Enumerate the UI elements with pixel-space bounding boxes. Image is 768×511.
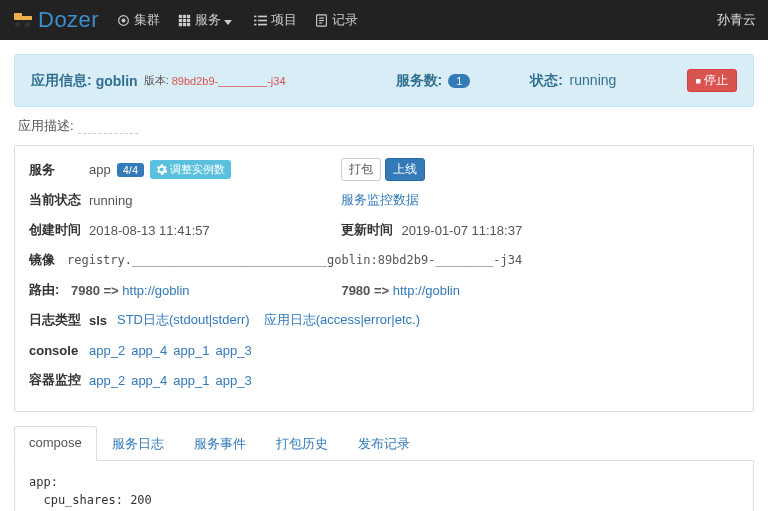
pack-button[interactable]: 打包 <box>341 158 381 181</box>
tabs: compose 服务日志 服务事件 打包历史 发布记录 <box>14 426 754 461</box>
svg-point-1 <box>122 19 125 22</box>
console-link[interactable]: app_4 <box>131 343 167 358</box>
created-value: 2018-08-13 11:41:57 <box>89 223 210 238</box>
created-label: 创建时间 <box>29 221 89 239</box>
file-icon <box>315 14 328 27</box>
route-label: 路由: <box>29 281 71 299</box>
app-info-label: 应用信息: <box>31 72 92 90</box>
console-label: console <box>29 343 89 358</box>
stop-button[interactable]: 停止 <box>687 69 737 92</box>
grid-icon <box>178 14 191 27</box>
service-count-label: 服务数: <box>396 72 443 90</box>
description-label: 应用描述: <box>18 117 74 135</box>
svg-rect-14 <box>258 19 267 21</box>
updated-label: 更新时间 <box>341 221 401 239</box>
instance-badge: 4/4 <box>117 163 144 177</box>
brand[interactable]: Dozer <box>12 7 99 33</box>
svg-rect-3 <box>183 14 186 17</box>
service-name: app <box>89 162 111 177</box>
state-value: running <box>570 72 617 88</box>
svg-rect-5 <box>179 18 182 21</box>
nav-cluster[interactable]: 集群 <box>117 11 160 29</box>
monitor-link[interactable]: 服务监控数据 <box>341 191 419 209</box>
app-name: goblin <box>96 73 138 89</box>
image-value: registry.___________________________gobl… <box>67 253 522 267</box>
monitor-link[interactable]: app_1 <box>173 373 209 388</box>
svg-rect-11 <box>254 15 256 17</box>
svg-rect-9 <box>183 22 186 25</box>
navbar: Dozer 集群 服务 项目 记录 孙青云 <box>0 0 768 40</box>
truck-icon <box>12 11 34 29</box>
svg-rect-13 <box>254 19 256 21</box>
monitor-link[interactable]: app_2 <box>89 373 125 388</box>
service-panel: 服务 app 4/4 调整实例数 打包 上线 当前状态 running 服务监控… <box>14 145 754 412</box>
version-label: 版本: <box>144 73 169 88</box>
deploy-button[interactable]: 上线 <box>385 158 425 181</box>
svg-rect-12 <box>258 15 267 17</box>
route1-port: 7980 => <box>71 283 119 298</box>
app-info-bar: 应用信息: goblin 版本: 89bd2b9-________-j34 服务… <box>14 54 754 107</box>
svg-rect-4 <box>187 14 190 17</box>
nav-services[interactable]: 服务 <box>178 11 236 29</box>
status-value: running <box>89 193 132 208</box>
tabs-container: compose 服务日志 服务事件 打包历史 发布记录 app: cpu_sha… <box>14 426 754 511</box>
description-field[interactable] <box>78 118 138 134</box>
monitor-link[interactable]: app_4 <box>131 373 167 388</box>
nav-user[interactable]: 孙青云 <box>717 11 756 29</box>
monitor-link[interactable]: app_3 <box>215 373 251 388</box>
compose-content: app: cpu_shares: 200 environment: - RUN_… <box>14 461 754 511</box>
route2-port: 7980 => <box>341 283 389 298</box>
service-label: 服务 <box>29 161 89 179</box>
console-link[interactable]: app_2 <box>89 343 125 358</box>
svg-rect-8 <box>179 22 182 25</box>
log-type-label: 日志类型 <box>29 311 89 329</box>
svg-rect-16 <box>258 23 267 25</box>
svg-rect-7 <box>187 18 190 21</box>
tab-compose[interactable]: compose <box>14 426 97 461</box>
container-monitor-label: 容器监控 <box>29 371 89 389</box>
app-log-link[interactable]: 应用日志(access|error|etc.) <box>264 311 420 329</box>
brand-text: Dozer <box>38 7 99 33</box>
svg-rect-15 <box>254 23 256 25</box>
version-value: 89bd2b9-________-j34 <box>172 75 286 87</box>
caret-down-icon <box>224 13 236 28</box>
route1-link[interactable]: http://goblin <box>122 283 189 298</box>
updated-value: 2019-01-07 11:18:37 <box>401 223 522 238</box>
image-label: 镜像 <box>29 251 67 269</box>
tab-service-events[interactable]: 服务事件 <box>179 426 261 461</box>
app-description-row: 应用描述: <box>18 117 750 135</box>
tab-service-log[interactable]: 服务日志 <box>97 426 179 461</box>
status-label: 当前状态 <box>29 191 89 209</box>
nav-records[interactable]: 记录 <box>315 11 358 29</box>
svg-rect-6 <box>183 18 186 21</box>
std-log-link[interactable]: STD日志(stdout|stderr) <box>117 311 250 329</box>
tab-release-log[interactable]: 发布记录 <box>343 426 425 461</box>
svg-rect-10 <box>187 22 190 25</box>
state-label: 状态: <box>530 72 563 88</box>
target-icon <box>117 14 130 27</box>
route2-link[interactable]: http://goblin <box>393 283 460 298</box>
service-count-badge: 1 <box>448 74 470 88</box>
adjust-instances-button[interactable]: 调整实例数 <box>150 160 231 179</box>
console-link[interactable]: app_3 <box>215 343 251 358</box>
svg-rect-2 <box>179 14 182 17</box>
tab-pack-history[interactable]: 打包历史 <box>261 426 343 461</box>
nav-projects[interactable]: 项目 <box>254 11 297 29</box>
console-link[interactable]: app_1 <box>173 343 209 358</box>
list-icon <box>254 14 267 27</box>
log-type-value: sls <box>89 313 117 328</box>
gear-icon <box>156 164 167 175</box>
